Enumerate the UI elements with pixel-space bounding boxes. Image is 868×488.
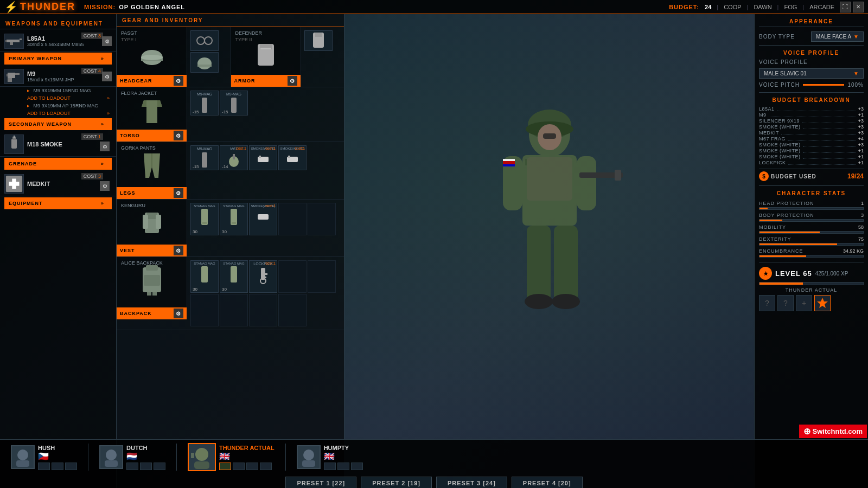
preset-2-btn[interactable]: PRESET 2 [19] xyxy=(361,477,432,488)
close-icon[interactable]: ✕ xyxy=(853,2,864,12)
fullscreen-icon[interactable]: ⛶ xyxy=(840,2,851,12)
legs-smoke2-icon xyxy=(282,151,303,168)
thunder-avatar xyxy=(188,443,216,471)
watermark-text: Switchntd.com xyxy=(813,427,863,435)
m9-add-loadout-2[interactable]: ADD TO LOADOUT » xyxy=(0,110,116,117)
backpack-lockpick[interactable]: LOCKPICK cost:1 xyxy=(249,260,277,293)
l85a1-thumb xyxy=(4,34,24,49)
headgear-settings-btn[interactable]: ⚙ xyxy=(174,76,183,86)
svg-rect-69 xyxy=(577,156,596,210)
svg-marker-28 xyxy=(142,100,146,107)
m9-ammo-row-1[interactable]: ▸ M9 9X19MM 15RND MAG xyxy=(0,87,116,94)
budget-silencer: SILENCER 9X19 +3 xyxy=(759,118,864,124)
topbar-icon-group: ⛶ ✕ xyxy=(840,2,864,12)
primary-weapon-expand[interactable]: » xyxy=(98,54,107,63)
svg-rect-8 xyxy=(11,139,17,149)
char-preset-1[interactable]: ? xyxy=(759,295,775,311)
player-thunder-actual[interactable]: THUNDER ACTUAL 🇬🇧 xyxy=(188,443,275,471)
legs-smoke1-icon xyxy=(253,151,273,168)
armor-settings-btn[interactable]: ⚙ xyxy=(288,76,297,86)
humpty-loadout xyxy=(324,463,363,470)
vest-stanag1-icon xyxy=(194,208,215,226)
bp-lockpick-icon xyxy=(253,266,273,284)
backpack-settings-btn[interactable]: ⚙ xyxy=(174,309,183,318)
svg-rect-6 xyxy=(8,78,12,82)
torso-slot: FLORA JACKET TORSO ⚙ xyxy=(117,87,187,142)
voice-pitch-value: 100% xyxy=(847,82,864,88)
torso-inv-mag1[interactable]: M9-MAG -15 xyxy=(190,91,219,115)
m9-add-loadout-1[interactable]: ADD TO LOADOUT » xyxy=(0,94,116,102)
character-stats-header: CHARACTER STATS xyxy=(759,190,864,196)
vest-stanag1-count: 30 xyxy=(193,229,197,234)
body-protection-bar xyxy=(760,220,782,221)
grenade-expand[interactable]: » xyxy=(98,159,107,169)
preset-4-btn[interactable]: PRESET 4 [20] xyxy=(512,477,583,488)
backpack-slot: ALICE BACKPACK BACKPACK ⚙ xyxy=(117,257,187,319)
svg-rect-86 xyxy=(105,460,118,467)
vest-row: KENGURU VEST ⚙ STANAG MAG 30 STANAG MAG xyxy=(117,200,344,257)
legs-inv-smoke2[interactable]: SMOKE(WHITE) cost:1 xyxy=(278,145,307,170)
equipment-expand[interactable]: » xyxy=(98,198,107,208)
grenade-name: M18 SMOKE xyxy=(27,141,102,147)
headgear-inv-helmet[interactable] xyxy=(190,52,219,73)
medkit-item[interactable]: MEDKIT COST 3 ⚙ xyxy=(0,172,116,196)
voice-section: VOICE PROFILE VOICE PROFILE MALE SLAVIC … xyxy=(759,45,864,88)
preset-1-btn[interactable]: PRESET 1 [22] xyxy=(285,477,356,488)
vest-stanag1[interactable]: STANAG MAG 30 xyxy=(190,203,219,235)
m9-ammo-row-2[interactable]: ▸ M9 9X19MM AP 15RND MAG xyxy=(0,102,116,110)
m9-settings[interactable]: ⚙ xyxy=(102,72,112,81)
l85a1-settings[interactable]: ⚙ xyxy=(102,36,112,46)
player-humpty[interactable]: HUMPTY 🇬🇧 xyxy=(297,445,363,470)
preset-3-btn[interactable]: PRESET 3 [24] xyxy=(436,477,507,488)
torso-settings-btn[interactable]: ⚙ xyxy=(174,131,183,140)
secondary-weapon-item[interactable]: M9 15rnd x 9x19MM JHP COST 4 ⚙ xyxy=(0,67,116,87)
nav-coop[interactable]: COOP xyxy=(724,4,741,10)
legs-type: GORKA PANTS xyxy=(121,145,182,151)
legs-inv-m67[interactable]: M67 -14 cost:1 xyxy=(220,145,248,170)
legs-smoke2-cost: cost:1 xyxy=(295,146,305,150)
backpack-stanag1[interactable]: STANAG MAG 30 xyxy=(190,260,219,293)
voice-profile-select[interactable]: MALE SLAVIC 01 ▼ xyxy=(759,68,864,79)
gear-header: GEAR AND INVENTORY xyxy=(117,14,344,27)
goggles-icon xyxy=(194,32,215,49)
headgear-inv-goggles[interactable] xyxy=(190,30,219,51)
vest-smoke[interactable]: SMOKE(WHITE) cost:1 xyxy=(249,203,277,235)
grenade-item[interactable]: M18 SMOKE COST 1 ⚙ xyxy=(0,132,116,157)
legs-inv-mag[interactable]: M9-MAG -15 xyxy=(190,145,219,170)
dutch-name: DUTCH xyxy=(126,445,165,451)
grenade-settings[interactable]: ⚙ xyxy=(100,142,110,151)
svg-rect-73 xyxy=(554,226,578,301)
player-hush[interactable]: HUSH 🇨🇿 xyxy=(11,445,77,470)
body-type-select[interactable]: MALE FACE A ▼ xyxy=(811,31,864,42)
hush-weapon3 xyxy=(65,463,77,470)
nav-dawn[interactable]: DAWN xyxy=(754,4,771,10)
char-preset-2[interactable]: ? xyxy=(777,295,794,311)
voice-pitch-bar xyxy=(803,84,845,86)
svg-rect-24 xyxy=(260,48,271,49)
armor-inventory xyxy=(301,27,344,87)
vest-settings-btn[interactable]: ⚙ xyxy=(174,246,183,255)
torso-inv-mag2[interactable]: M9-MAG -15 xyxy=(220,91,248,115)
char-preset-3[interactable]: + xyxy=(796,295,812,311)
topbar-right: BUDGET: 24 | COOP | DAWN | FOG | ARCADE … xyxy=(669,2,864,12)
svg-rect-13 xyxy=(9,182,20,186)
primary-weapon-item[interactable]: L85A1 30rnd x 5.56x45MM M855 COST 3 ⚙ xyxy=(0,31,116,52)
armor-inv-item[interactable] xyxy=(304,30,333,51)
nav-arcade[interactable]: ARCADE xyxy=(809,4,834,10)
vest-slot: KENGURU VEST ⚙ xyxy=(117,200,187,256)
medkit-settings[interactable]: ⚙ xyxy=(100,181,110,191)
svg-point-20 xyxy=(197,57,212,69)
budget-smoke1: SMOKE (WHITE) +3 xyxy=(759,124,864,130)
char-preset-4[interactable] xyxy=(814,295,831,311)
right-panel: APPERANCE BODY TYPE MALE FACE A ▼ VOICE … xyxy=(754,14,868,488)
body-protection-stat: BODY PROTECTION 3 xyxy=(759,213,864,222)
legs-settings-btn[interactable]: ⚙ xyxy=(174,188,183,198)
nav-fog[interactable]: FOG xyxy=(784,4,797,10)
secondary-weapon-expand[interactable]: » xyxy=(98,119,107,129)
budget-used-value: 19/24 xyxy=(847,172,864,180)
player-dutch[interactable]: DUTCH 🇳🇱 xyxy=(99,445,165,470)
backpack-stanag2[interactable]: STANAG MAG 30 xyxy=(220,260,248,293)
thunder-loadout xyxy=(219,463,275,470)
vest-stanag2[interactable]: STANAG MAG 30 xyxy=(220,203,248,235)
legs-inv-smoke1[interactable]: SMOKE(WHITE) cost:1 xyxy=(249,145,277,170)
